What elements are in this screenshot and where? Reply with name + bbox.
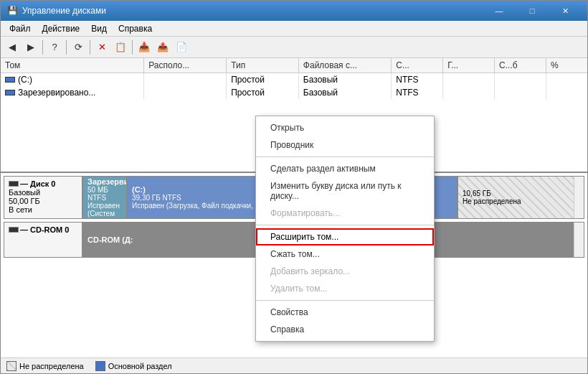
disk0-status: В сети — [9, 205, 77, 214]
legend-primary: Основной раздел — [95, 361, 172, 371]
cell-fs1: NTFS — [392, 73, 443, 87]
ctx-change-letter[interactable]: Изменить букву диска или путь к диску... — [256, 177, 434, 205]
partition-unalloc-size: 10,65 ГБ — [463, 190, 569, 197]
table-row[interactable]: (C:) Простой Базовый NTFS — [1, 73, 587, 87]
ctx-make-active[interactable]: Сделать раздел активным — [256, 160, 434, 177]
cell-p1 — [546, 73, 587, 87]
cell-s1 — [443, 73, 495, 87]
col-filesys[interactable]: Файловая с... — [298, 58, 391, 73]
toolbar-btn-5[interactable]: 📋 — [112, 39, 129, 56]
cdrom0-label: — CD-ROM 0 — [4, 223, 83, 257]
partition-reserved-info2: Исправен (Систем — [87, 202, 122, 218]
cell-base1: Базовый — [298, 73, 391, 87]
context-menu: Открыть Проводник Сделать раздел активны… — [255, 116, 435, 342]
volumes-table: Том Располо... Тип Файловая с... С... Г.… — [1, 58, 587, 99]
cell-p2 — [546, 86, 587, 99]
cell-g1 — [495, 73, 546, 87]
cell-fs2: NTFS — [392, 86, 443, 99]
partition-reserved-info1: 50 МБ NTFS — [87, 186, 122, 202]
legend-unallocated-box — [6, 361, 16, 371]
menu-action[interactable]: Действие — [37, 22, 86, 35]
cell-tom: (C:) — [1, 73, 144, 87]
main-content: Том Располо... Тип Файловая с... С... Г.… — [1, 58, 587, 357]
partition-unallocated[interactable]: 10,65 ГБ Не распределена — [458, 177, 574, 218]
table-row[interactable]: Зарезервировано... Простой Базовый NTFS — [1, 86, 587, 99]
cell-base2: Базовый — [298, 86, 391, 99]
col-s1[interactable]: С... — [392, 58, 443, 73]
col-tip[interactable]: Тип — [227, 58, 299, 73]
delete-button[interactable]: ✕ — [93, 39, 110, 56]
ctx-sep-1 — [256, 156, 434, 157]
toolbar-sep-3 — [90, 40, 90, 55]
col-raspolozhenie[interactable]: Располо... — [144, 58, 227, 73]
help-button[interactable]: ? — [46, 39, 63, 56]
toolbar-btn-3[interactable]: ⟳ — [70, 39, 87, 56]
ctx-extend[interactable]: Расширить том... — [256, 228, 434, 246]
minimize-button[interactable]: — — [483, 1, 516, 21]
disk0-size: 50,00 ГБ — [9, 197, 77, 205]
cell-disk — [144, 73, 227, 87]
ctx-help[interactable]: Справка — [256, 321, 434, 338]
ctx-mirror[interactable]: Добавить зеркало... — [256, 263, 434, 280]
cell-type2: Простой — [227, 86, 299, 99]
col-g[interactable]: Г... — [443, 58, 495, 73]
disk0-label: — Диск 0 Базовый 50,00 ГБ В сети — [4, 177, 83, 218]
partition-reserved[interactable]: Зарезервирован 50 МБ NTFS Исправен (Сист… — [83, 177, 128, 218]
cell-tom2: Зарезервировано... — [1, 86, 144, 99]
forward-button[interactable]: ▶ — [22, 39, 39, 56]
toolbar-sep-1 — [42, 40, 43, 55]
cell-g2 — [495, 86, 546, 99]
toolbar-btn-7[interactable]: 📤 — [154, 39, 171, 56]
app-icon: 💾 — [6, 5, 18, 17]
ctx-sep-2 — [256, 225, 434, 225]
legend-primary-label: Основной раздел — [108, 362, 172, 370]
toolbar-sep-2 — [66, 40, 67, 55]
ctx-sep-3 — [256, 300, 434, 301]
main-window: 💾 Управление дисками — □ ✕ Файл Действие… — [0, 0, 588, 374]
cell-type1: Простой — [227, 73, 299, 87]
cell-s2 — [443, 86, 495, 99]
col-tom[interactable]: Том — [1, 58, 144, 73]
window-controls: — □ ✕ — [483, 1, 582, 21]
toolbar-sep-4 — [132, 40, 133, 55]
cdrom0-name: — CD-ROM 0 — [9, 225, 77, 234]
title-bar: 💾 Управление дисками — □ ✕ — [1, 1, 587, 21]
menu-view[interactable]: Вид — [85, 22, 113, 35]
ctx-format[interactable]: Форматировать... — [256, 205, 434, 222]
disk0-type: Базовый — [9, 188, 77, 197]
menu-file[interactable]: Файл — [4, 22, 37, 35]
toolbar: ◀ ▶ ? ⟳ ✕ 📋 📥 📤 📄 — [1, 37, 587, 58]
partition-unalloc-label: Не распределена — [463, 197, 569, 205]
close-button[interactable]: ✕ — [549, 1, 582, 21]
menu-help[interactable]: Справка — [113, 22, 158, 35]
maximize-button[interactable]: □ — [516, 1, 549, 21]
scrollbar2[interactable] — [574, 223, 584, 257]
cell-disk2 — [144, 86, 227, 99]
col-sb[interactable]: С...б — [495, 58, 546, 73]
disk0-name: — Диск 0 — [9, 179, 77, 188]
ctx-properties[interactable]: Свойства — [256, 304, 434, 321]
toolbar-btn-8[interactable]: 📄 — [173, 39, 190, 56]
ctx-shrink[interactable]: Сжать том... — [256, 246, 434, 263]
legend-unallocated-label: Не распределена — [19, 362, 84, 370]
back-button[interactable]: ◀ — [4, 39, 21, 56]
col-pct[interactable]: % — [546, 58, 587, 73]
toolbar-btn-6[interactable]: 📥 — [136, 39, 153, 56]
legend-unallocated: Не распределена — [6, 361, 84, 371]
menu-bar: Файл Действие Вид Справка — [1, 21, 587, 37]
partition-reserved-name: Зарезервирован — [87, 177, 122, 186]
ctx-explorer[interactable]: Проводник — [256, 136, 434, 154]
window-title: Управление дисками — [22, 6, 483, 16]
scrollbar[interactable] — [574, 177, 584, 218]
ctx-open[interactable]: Открыть — [256, 119, 434, 136]
status-bar: Не распределена Основной раздел — [1, 357, 587, 373]
ctx-delete[interactable]: Удалить том... — [256, 280, 434, 297]
legend-primary-box — [95, 361, 105, 371]
